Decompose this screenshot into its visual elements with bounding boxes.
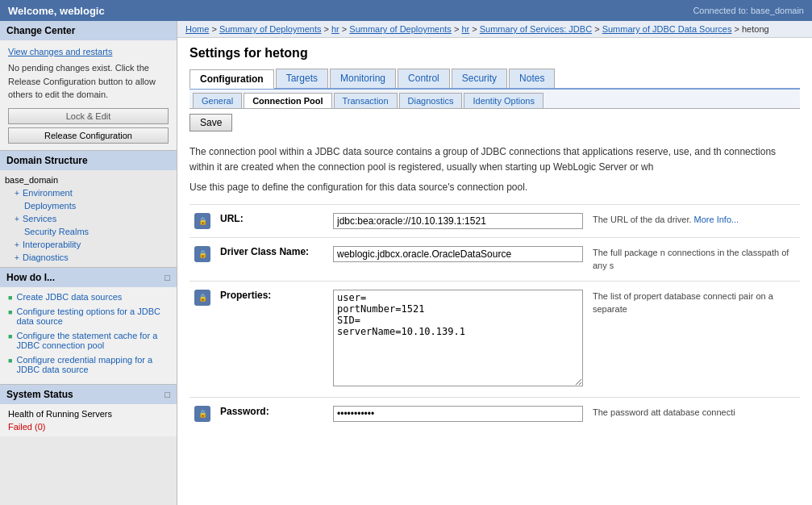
save-button[interactable]: Save (189, 114, 232, 131)
properties-field-icon: 🔒 (194, 290, 210, 306)
welcome-title: Welcome, weblogic (8, 5, 105, 17)
content-area: Settings for hetong Configuration Target… (177, 38, 812, 505)
password-description: The password att database connecti (588, 397, 800, 430)
how-do-i-header: How do I... □ (0, 268, 177, 287)
table-row: 🔒 URL: The URL of the da driver. More In… (189, 204, 800, 237)
change-center-body: View changes and restarts No pending cha… (0, 40, 177, 150)
table-row: 🔒 Properties: user= portNumber=1521 SID=… (189, 281, 800, 397)
table-row: 🔒 Driver Class Name: The full package n … (189, 237, 800, 281)
tree-item-services[interactable]: +Services (0, 212, 177, 225)
tree-item-base-domain[interactable]: base_domain (0, 173, 177, 186)
breadcrumb-current: hetong (742, 24, 769, 34)
tab-control[interactable]: Control (398, 69, 450, 88)
password-field-icon: 🔒 (194, 406, 210, 422)
driver-class-name-input[interactable] (333, 246, 583, 262)
properties-label: Properties: (215, 281, 328, 397)
lock-edit-button[interactable]: Lock & Edit (8, 108, 169, 124)
breadcrumb-home[interactable]: Home (185, 24, 209, 34)
domain-structure-header: Domain Structure (0, 151, 177, 170)
password-input-cell (328, 397, 588, 430)
tree-item-environment[interactable]: +Environment (0, 186, 177, 199)
breadcrumb-summary-services-jdbc[interactable]: Summary of Services: JDBC (480, 24, 592, 34)
release-configuration-button[interactable]: Release Configuration (8, 127, 169, 144)
sidebar: Change Center View changes and restarts … (0, 21, 177, 505)
tab-notes[interactable]: Notes (509, 69, 555, 88)
how-do-i-expand-icon[interactable]: □ (164, 273, 170, 282)
tree-item-security-realms[interactable]: Security Realms (0, 225, 177, 238)
breadcrumb-summary-jdbc-data-sources[interactable]: Summary of JDBC Data Sources (602, 24, 732, 34)
main-content: Home > Summary of Deployments > hr > Sum… (177, 21, 812, 505)
system-status-expand-icon[interactable]: □ (164, 390, 170, 399)
properties-input-cell: user= portNumber=1521 SID= serverName=10… (328, 281, 588, 397)
domain-structure-section: Domain Structure base_domain +Environmen… (0, 151, 177, 268)
sub-tab-connection-pool[interactable]: Connection Pool (244, 93, 331, 108)
breadcrumb-hr-1[interactable]: hr (331, 24, 339, 34)
change-center-text: No pending changes exist. Click the Rele… (8, 61, 169, 102)
health-label: Health of Running Servers (8, 409, 169, 419)
form-table: 🔒 URL: The URL of the da driver. More In… (189, 204, 800, 430)
properties-description: The list of propert database connecti pa… (588, 281, 800, 397)
app-window: Welcome, weblogic Connected to: base_dom… (0, 0, 812, 505)
tab-security[interactable]: Security (452, 69, 507, 88)
main-row: Change Center View changes and restarts … (0, 21, 812, 505)
tree-item-diagnostics[interactable]: +Diagnostics (0, 251, 177, 264)
sub-tab-transaction[interactable]: Transaction (334, 93, 398, 108)
breadcrumb: Home > Summary of Deployments > hr > Sum… (177, 21, 812, 38)
failed-label: Failed (0) (8, 422, 169, 432)
url-input-cell (328, 204, 588, 237)
tab-configuration[interactable]: Configuration (189, 69, 274, 89)
tree-item-deployments[interactable]: Deployments (0, 199, 177, 212)
domain-structure-title: Domain Structure (6, 155, 88, 166)
properties-icon-cell: 🔒 (189, 281, 215, 397)
breadcrumb-hr-2[interactable]: hr (461, 24, 469, 34)
connection-info: Connected to: base_domain (693, 6, 804, 15)
page-title: Settings for hetong (189, 46, 800, 61)
save-bar: Save (189, 109, 800, 136)
tab-targets[interactable]: Targets (276, 69, 328, 88)
howdoi-item-4[interactable]: Configure credential mapping for a JDBC … (8, 355, 169, 374)
change-center-header: Change Center (0, 21, 177, 40)
driver-field-icon: 🔒 (194, 246, 210, 262)
sub-tab-diagnostics[interactable]: Diagnostics (399, 93, 463, 108)
tree-item-interoperability[interactable]: +Interoperability (0, 238, 177, 251)
driver-icon-cell: 🔒 (189, 237, 215, 281)
url-more-info-link[interactable]: More Info... (694, 215, 739, 224)
breadcrumb-summary-deployments-1[interactable]: Summary of Deployments (219, 24, 322, 34)
system-status-body: Health of Running Servers Failed (0) (0, 404, 177, 436)
url-label: URL: (215, 204, 328, 237)
driver-label: Driver Class Name: (215, 237, 328, 281)
sub-tabs: General Connection Pool Transaction Diag… (189, 90, 800, 109)
sub-tab-general[interactable]: General (193, 93, 242, 108)
table-row: 🔒 Password: The password att database co… (189, 397, 800, 430)
how-do-i-title: How do I... (6, 272, 55, 283)
system-status-header: System Status □ (0, 385, 177, 404)
howdoi-item-3[interactable]: Configure the statement cache for a JDBC… (8, 331, 169, 350)
change-center-section: Change Center View changes and restarts … (0, 21, 177, 151)
url-description: The URL of the da driver. More Info... (588, 204, 800, 237)
howdoi-item-2[interactable]: Configure testing options for a JDBC dat… (8, 307, 169, 326)
how-do-i-body: Create JDBC data sources Configure testi… (0, 287, 177, 384)
tab-monitoring[interactable]: Monitoring (330, 69, 396, 88)
change-center-title: Change Center (6, 25, 75, 36)
top-bar: Welcome, weblogic Connected to: base_dom… (0, 0, 812, 21)
url-input[interactable] (333, 213, 583, 229)
description-line2: Use this page to define the configuratio… (189, 180, 786, 195)
description-block: The connection pool within a JDBC data s… (189, 144, 786, 196)
properties-textarea[interactable]: user= portNumber=1521 SID= serverName=10… (333, 290, 583, 386)
breadcrumb-summary-deployments-2[interactable]: Summary of Deployments (349, 24, 452, 34)
description-line1: The connection pool within a JDBC data s… (189, 144, 786, 175)
how-do-i-section: How do I... □ Create JDBC data sources C… (0, 268, 177, 385)
driver-input-cell (328, 237, 588, 281)
url-icon-cell: 🔒 (189, 204, 215, 237)
main-tabs-row: Configuration Targets Monitoring Control… (189, 69, 800, 88)
password-label: Password: (215, 397, 328, 430)
domain-tree: base_domain +Environment Deployments +Se… (0, 170, 177, 267)
sub-tab-identity-options[interactable]: Identity Options (464, 93, 543, 108)
howdoi-item-1[interactable]: Create JDBC data sources (8, 292, 169, 302)
main-tabs: Configuration Targets Monitoring Control… (189, 69, 800, 90)
password-icon-cell: 🔒 (189, 397, 215, 430)
view-changes-link[interactable]: View changes and restarts (8, 47, 169, 56)
password-input[interactable] (333, 406, 583, 422)
system-status-title: System Status (6, 389, 73, 400)
url-field-icon: 🔒 (194, 213, 210, 229)
